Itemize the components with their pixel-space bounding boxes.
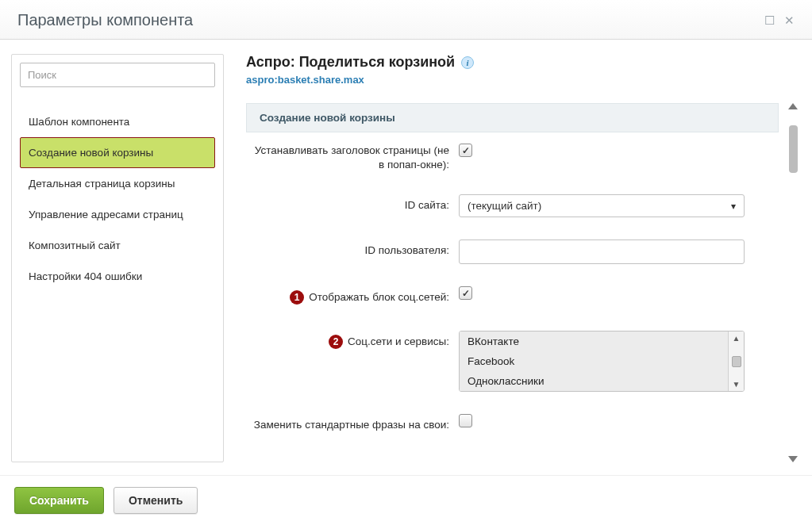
close-icon[interactable]: ✕: [784, 13, 795, 28]
sidebar-item-url-management[interactable]: Управление адресами страниц: [20, 199, 215, 230]
sidebar-item-template[interactable]: Шаблон компонента: [20, 106, 215, 137]
label-user-id: ID пользователя:: [246, 240, 459, 262]
scroll-down-icon[interactable]: ▼: [733, 380, 741, 389]
sidebar-item-create-basket[interactable]: Создание новой корзины: [20, 137, 215, 168]
scroll-up-icon[interactable]: ▲: [733, 334, 741, 343]
scroll-thumb[interactable]: [732, 356, 741, 367]
component-title: Аспро: Поделиться корзиной: [246, 54, 455, 71]
badge-2: 2: [329, 335, 343, 349]
label-socials: Соц.сети и сервисы:: [348, 335, 449, 349]
select-site-id-value: (текущий сайт): [468, 200, 541, 212]
select-site-id[interactable]: (текущий сайт) ▾: [459, 194, 745, 217]
multiselect-scrollbar[interactable]: ▲ ▼: [728, 331, 744, 391]
social-option-ok[interactable]: Одноклассники: [460, 371, 728, 391]
label-replace-phrases: Заменить стандартные фразы на свои:: [246, 414, 459, 436]
input-user-id[interactable]: [459, 240, 745, 264]
checkbox-show-social[interactable]: [459, 286, 472, 300]
search-input[interactable]: [20, 63, 215, 87]
dialog-title: Параметры компонента: [17, 11, 193, 29]
info-icon[interactable]: i: [461, 56, 474, 69]
label-site-id: ID сайта:: [246, 194, 459, 217]
panel-scroll-down-icon[interactable]: [788, 456, 798, 462]
label-show-social: Отображать блок соц.сетей:: [309, 290, 449, 305]
badge-1: 1: [290, 290, 304, 305]
checkbox-set-title[interactable]: [459, 144, 472, 157]
chevron-down-icon: ▾: [731, 201, 736, 212]
sidebar-item-detail-page[interactable]: Детальная страница корзины: [20, 168, 215, 199]
panel-scrollbar[interactable]: [785, 103, 801, 462]
sidebar: Шаблон компонента Создание новой корзины…: [11, 54, 224, 462]
sidebar-item-404[interactable]: Настройки 404 ошибки: [20, 261, 215, 292]
social-option-fb[interactable]: Facebook: [460, 351, 728, 371]
sidebar-item-composite[interactable]: Композитный сайт: [20, 230, 215, 261]
label-set-title: Устанавливать заголовок страницы (не в п…: [246, 144, 459, 172]
save-button[interactable]: Сохранить: [14, 487, 104, 514]
cancel-button[interactable]: Отменить: [114, 487, 198, 514]
multiselect-socials[interactable]: ВКонтакте Facebook Одноклассники ▲ ▼: [459, 331, 745, 392]
panel-scroll-thumb[interactable]: [789, 125, 798, 173]
social-option-vk[interactable]: ВКонтакте: [460, 331, 728, 351]
panel-scroll-up-icon[interactable]: [788, 103, 798, 109]
component-code: aspro:basket.share.max: [246, 74, 801, 86]
checkbox-replace-phrases[interactable]: [459, 414, 472, 427]
section-header: Создание новой корзины: [246, 103, 779, 132]
maximize-icon[interactable]: ☐: [764, 13, 775, 28]
